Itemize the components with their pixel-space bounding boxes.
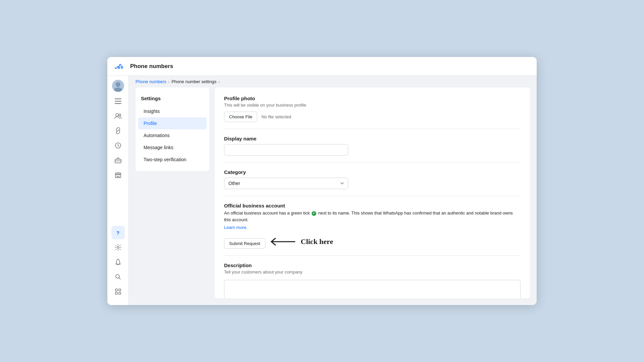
inner-layout: Settings Insights Profile Automations Me… [129, 87, 537, 305]
sidebar-briefcase-icon[interactable] [111, 154, 125, 167]
divider-1 [224, 129, 521, 129]
sidebar-settings-icon[interactable] [111, 241, 125, 254]
svg-rect-16 [119, 289, 121, 291]
svg-point-14 [116, 275, 119, 278]
settings-main-content: Profile photo This will be visible on yo… [215, 87, 530, 298]
breadcrumb-phone-number-settings: Phone number settings [171, 79, 216, 84]
page-title: Phone numbers [130, 63, 173, 70]
display-name-title: Display name [224, 136, 521, 141]
main-layout: ? Phone numbers › Phone [107, 76, 537, 305]
user-avatar[interactable] [112, 80, 124, 92]
settings-nav-message-links[interactable]: Message links [138, 141, 207, 154]
left-sidebar: ? [107, 76, 129, 305]
breadcrumb-sep-2: › [218, 80, 220, 84]
content-area: Phone numbers › Phone number settings › … [129, 76, 537, 305]
learn-more-link[interactable]: Learn more. [224, 225, 248, 230]
no-file-text: No file selected [261, 114, 291, 119]
divider-2 [224, 162, 521, 163]
settings-nav-two-step[interactable]: Two-step verification [138, 154, 207, 166]
description-subtitle: Tell your customers about your company [224, 269, 521, 275]
display-name-input[interactable] [224, 144, 348, 156]
svg-rect-18 [119, 292, 121, 294]
sidebar-people-icon[interactable] [111, 109, 125, 123]
svg-rect-17 [115, 292, 117, 294]
description-section: Description Tell your customers about yo… [224, 262, 521, 298]
sidebar-building-icon[interactable] [111, 168, 125, 182]
svg-rect-5 [115, 103, 121, 104]
click-here-label: Click here [301, 237, 333, 246]
divider-4 [224, 255, 521, 256]
description-textarea[interactable] [224, 280, 521, 298]
svg-rect-10 [115, 173, 121, 178]
category-select[interactable]: Other Automotive Beauty, Spa and Salon C… [224, 178, 348, 189]
svg-rect-3 [115, 99, 121, 99]
breadcrumb-phone-numbers[interactable]: Phone numbers [136, 79, 166, 84]
svg-point-1 [116, 82, 120, 87]
sidebar-grid-icon[interactable] [111, 285, 125, 298]
divider-3 [224, 196, 521, 196]
top-bar: Phone numbers [107, 57, 537, 76]
settings-nav-profile[interactable]: Profile [138, 117, 207, 129]
green-tick-icon [312, 211, 316, 216]
profile-photo-title: Profile photo [224, 96, 521, 101]
settings-nav-automations[interactable]: Automations [138, 129, 207, 141]
settings-sidebar-title: Settings [136, 93, 209, 105]
sidebar-clock-icon[interactable] [111, 139, 125, 152]
submit-request-button[interactable]: Submit Request [224, 238, 265, 249]
svg-point-7 [119, 114, 121, 116]
app-window: Phone numbers [107, 57, 537, 305]
official-business-section: Official business account An official bu… [224, 203, 521, 249]
click-here-arrow-icon [268, 236, 298, 247]
display-name-section: Display name [224, 136, 521, 156]
category-title: Category [224, 169, 521, 175]
meta-logo [113, 60, 126, 73]
settings-nav-insights[interactable]: Insights [138, 105, 207, 117]
sidebar-search-icon[interactable] [111, 270, 125, 284]
sidebar-bottom: ? [111, 226, 125, 301]
description-title: Description [224, 262, 521, 268]
sidebar-bell-icon[interactable] [111, 255, 125, 269]
sidebar-link-icon[interactable] [111, 124, 125, 137]
settings-sidebar: Settings Insights Profile Automations Me… [136, 87, 209, 171]
choose-file-button[interactable]: Choose File [224, 112, 257, 122]
file-input-row: Choose File No file selected [224, 112, 521, 122]
breadcrumb-sep-1: › [168, 80, 170, 84]
official-business-desc: An official business account has a green… [224, 210, 521, 223]
official-business-title: Official business account [224, 203, 521, 208]
arrow-annotation: Submit Request Click here [224, 234, 521, 249]
svg-point-13 [117, 246, 119, 248]
svg-point-6 [116, 114, 118, 116]
breadcrumb: Phone numbers › Phone number settings › [129, 76, 537, 87]
profile-photo-section: Profile photo This will be visible on yo… [224, 96, 521, 122]
category-section: Category Other Automotive Beauty, Spa an… [224, 169, 521, 189]
profile-photo-desc: This will be visible on your business pr… [224, 103, 521, 108]
svg-rect-15 [115, 289, 117, 291]
svg-rect-4 [115, 101, 121, 102]
sidebar-menu-icon[interactable] [111, 95, 125, 108]
sidebar-help-icon[interactable]: ? [111, 226, 125, 239]
